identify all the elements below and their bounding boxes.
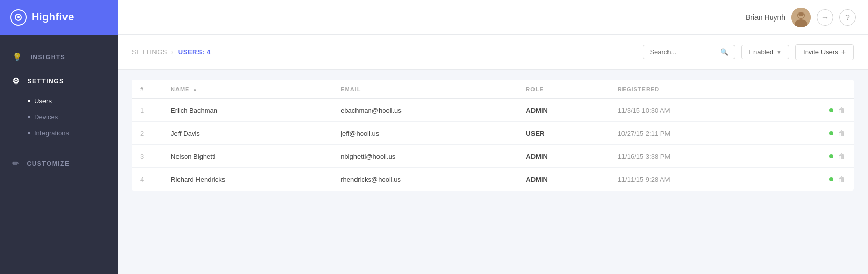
sidebar: 💡 Insights ⚙ Settings Users Devices Inte… [0, 35, 118, 274]
cell-name: Erlich Bachman [163, 99, 332, 122]
header-actions: 🔍 Enabled ▼ Invite Users + [643, 44, 854, 60]
breadcrumb-separator: › [171, 48, 174, 56]
cell-num: 4 [132, 168, 163, 191]
main-layout: 💡 Insights ⚙ Settings Users Devices Inte… [0, 35, 868, 274]
sidebar-item-settings[interactable]: ⚙ Settings [0, 69, 118, 93]
cell-registered: 11/16/15 3:38 PM [610, 145, 775, 168]
delete-icon[interactable]: 🗑 [838, 129, 845, 137]
users-dot [28, 100, 30, 102]
table-row: 2 Jeff Davis jeff@hooli.us USER 10/27/15… [132, 122, 854, 145]
sidebar-sub-integrations[interactable]: Integrations [28, 125, 118, 141]
cell-actions: 🗑 [775, 122, 854, 145]
sidebar-item-label-customize: Customize [27, 160, 70, 167]
cell-email: jeff@hooli.us [332, 122, 518, 145]
sidebar-item-label-insights: Insights [31, 54, 66, 61]
breadcrumb-parent: SETTINGS [132, 48, 167, 56]
sidebar-divider [0, 146, 118, 146]
sidebar-sub-users[interactable]: Users [28, 93, 118, 109]
cell-email: ebachman@hooli.us [332, 99, 518, 122]
sidebar-sub-devices[interactable]: Devices [28, 109, 118, 125]
help-icon: ? [845, 13, 850, 22]
status-dot [829, 108, 833, 112]
cell-email: rhendricks@hooli.us [332, 168, 518, 191]
sort-arrow-icon: ▲ [192, 87, 198, 92]
svg-point-4 [798, 12, 804, 16]
cell-name: Jeff Davis [163, 122, 332, 145]
delete-icon[interactable]: 🗑 [838, 152, 845, 160]
table-row: 3 Nelson Bighetti nbighetti@hooli.us ADM… [132, 145, 854, 168]
customize-icon: ✏ [12, 159, 20, 168]
sidebar-item-label-settings: Settings [28, 78, 64, 85]
devices-dot [28, 116, 30, 118]
topbar-right: Brian Huynh → ? [746, 8, 856, 27]
insights-icon: 💡 [12, 52, 24, 62]
table-header: # NAME ▲ EMAIL ROLE REGISTERED [132, 80, 854, 99]
table-body: 1 Erlich Bachman ebachman@hooli.us ADMIN… [132, 99, 854, 191]
cell-email: nbighetti@hooli.us [332, 145, 518, 168]
content-header: SETTINGS › USERS: 4 🔍 Enabled ▼ Invite U… [118, 35, 868, 70]
app-logo-text: Highfive [32, 11, 74, 23]
users-table: # NAME ▲ EMAIL ROLE REGISTERED [132, 80, 854, 191]
cell-name: Richard Hendricks [163, 168, 332, 191]
cell-num: 2 [132, 122, 163, 145]
logo-area: Highfive [0, 0, 118, 35]
logo-dot [17, 16, 20, 18]
settings-icon: ⚙ [12, 76, 20, 86]
sidebar-sub-menu: Users Devices Integrations [0, 93, 118, 141]
enabled-label: Enabled [749, 48, 773, 56]
invite-label: Invite Users [803, 48, 838, 56]
plus-icon: + [841, 48, 846, 57]
table-row: 1 Erlich Bachman ebachman@hooli.us ADMIN… [132, 99, 854, 122]
integrations-dot [28, 132, 30, 134]
status-dot [829, 154, 833, 158]
breadcrumb: SETTINGS › USERS: 4 [132, 48, 211, 56]
logout-icon: → [821, 13, 829, 22]
cell-num: 3 [132, 145, 163, 168]
logo-inner [15, 14, 22, 21]
search-input[interactable] [650, 48, 716, 56]
table-row: 4 Richard Hendricks rhendricks@hooli.us … [132, 168, 854, 191]
sidebar-sub-integrations-label: Integrations [34, 129, 69, 137]
cell-name: Nelson Bighetti [163, 145, 332, 168]
table-container: # NAME ▲ EMAIL ROLE REGISTERED [118, 70, 868, 201]
sidebar-item-customize[interactable]: ✏ Customize [0, 152, 118, 176]
delete-icon[interactable]: 🗑 [838, 175, 845, 183]
status-dot [829, 177, 833, 181]
cell-role: ADMIN [518, 145, 609, 168]
chevron-down-icon: ▼ [776, 49, 782, 55]
help-button[interactable]: ? [839, 9, 856, 26]
col-actions [775, 80, 854, 99]
col-name-label: NAME [171, 86, 189, 92]
content-area: SETTINGS › USERS: 4 🔍 Enabled ▼ Invite U… [118, 35, 868, 274]
avatar [791, 8, 811, 27]
cell-role: USER [518, 122, 609, 145]
col-registered: REGISTERED [610, 80, 775, 99]
breadcrumb-current: USERS: 4 [178, 48, 211, 56]
cell-registered: 10/27/15 2:11 PM [610, 122, 775, 145]
cell-registered: 11/3/15 10:30 AM [610, 99, 775, 122]
logo-icon [10, 9, 27, 26]
cell-registered: 11/11/15 9:28 AM [610, 168, 775, 191]
col-name[interactable]: NAME ▲ [163, 80, 332, 99]
search-box[interactable]: 🔍 [643, 45, 735, 59]
sidebar-item-insights[interactable]: 💡 Insights [0, 45, 118, 69]
sidebar-sub-users-label: Users [34, 97, 52, 105]
status-dot [829, 131, 833, 135]
cell-actions: 🗑 [775, 168, 854, 191]
col-num: # [132, 80, 163, 99]
cell-actions: 🗑 [775, 99, 854, 122]
cell-role: ADMIN [518, 168, 609, 191]
cell-num: 1 [132, 99, 163, 122]
cell-role: ADMIN [518, 99, 609, 122]
user-name: Brian Huynh [746, 13, 785, 22]
delete-icon[interactable]: 🗑 [838, 106, 845, 114]
col-email: EMAIL [332, 80, 518, 99]
logout-button[interactable]: → [817, 9, 833, 26]
invite-users-button[interactable]: Invite Users + [795, 44, 854, 60]
cell-actions: 🗑 [775, 145, 854, 168]
topbar: Highfive Brian Huynh → ? [0, 0, 868, 35]
enabled-dropdown[interactable]: Enabled ▼ [741, 45, 789, 59]
sidebar-sub-devices-label: Devices [34, 113, 58, 121]
search-icon: 🔍 [720, 48, 728, 56]
col-role: ROLE [518, 80, 609, 99]
